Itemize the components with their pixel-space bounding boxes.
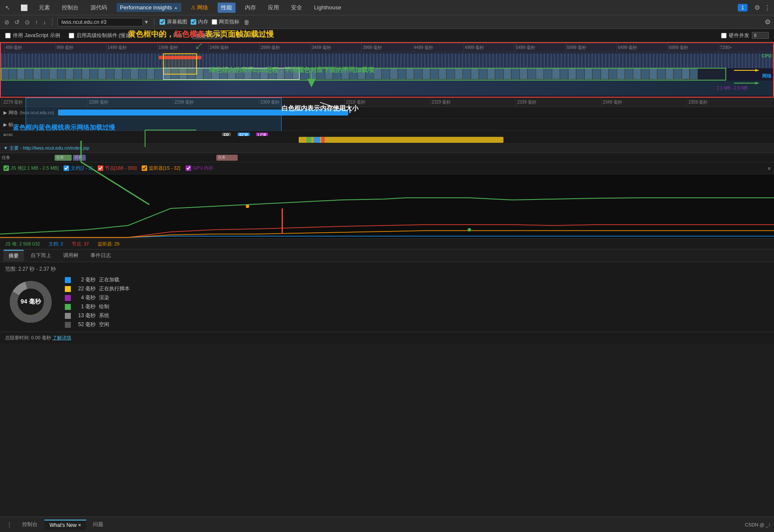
menu-item-app[interactable]: 应用: [265, 2, 282, 13]
red-block: [321, 137, 325, 143]
task-block-2: 任务: [216, 155, 238, 161]
download-button[interactable]: ↓: [42, 18, 47, 26]
gear-icon[interactable]: ⚙: [765, 18, 771, 26]
blocking-link[interactable]: 了解详情: [52, 335, 71, 340]
legend-label-idle: 空闲: [99, 321, 109, 328]
menu-item-console[interactable]: 控制台: [59, 2, 81, 13]
frames-track-content: [58, 119, 771, 130]
red-vertical-line: [282, 208, 283, 234]
network-track-text: 网络: [9, 110, 18, 116]
memory-checkboxes-bar: JS 堆[2.1 MB - 2.5 MB] 文档[2 - 2] 节点[188 -…: [0, 162, 774, 174]
js-heap-label: JS 堆[2.1 MB - 2.5 MB]: [11, 165, 58, 171]
ruler-mark-12: 6499 毫秒: [617, 43, 668, 52]
square-icon[interactable]: ⬜: [19, 3, 29, 12]
webmetrics-checkbox[interactable]: 网页指标: [212, 18, 239, 26]
ruler-mark-6: 3499 毫秒: [311, 43, 362, 52]
url-dropdown-icon[interactable]: ▼: [144, 19, 149, 25]
legend-color-painting: [65, 304, 71, 310]
hardware-value-input[interactable]: [752, 32, 769, 39]
doc-stat: 文档: 2: [49, 241, 63, 247]
menu-item-network[interactable]: ⚠ 网络: [188, 2, 211, 13]
tab-bottom-up[interactable]: 自下而上: [26, 250, 56, 261]
chat-badge[interactable]: 1: [738, 4, 748, 12]
green-highlight-box: [1, 68, 726, 81]
menu-item-memory[interactable]: 内存: [242, 2, 259, 13]
task-block-1: 任务: [73, 155, 86, 161]
cpu-arrow-label: CPU: [762, 53, 771, 58]
clear-button[interactable]: ⊙: [24, 18, 31, 26]
tabs-row: 摘要 自下而上 调用树 事件日志: [0, 249, 774, 262]
advanced-paint-checkbox[interactable]: 启用高级绘制插件 (慢速): [69, 32, 132, 39]
timeline-section: 499 毫秒 999 毫秒 1499 毫秒 1999 毫秒 2499 毫秒 29…: [0, 42, 774, 98]
tab-event-log[interactable]: 事件日志: [85, 250, 116, 261]
memory-more-icon[interactable]: ≡: [768, 166, 771, 171]
record-button[interactable]: ⊘: [3, 18, 10, 26]
detail-mark-5: 2329 毫秒: [430, 98, 515, 107]
svg-point-0: [246, 205, 249, 208]
js-heap-checkbox[interactable]: JS 堆[2.1 MB - 2.5 MB]: [3, 165, 58, 171]
ruler-mark-4: 2499 毫秒: [208, 43, 259, 52]
reload-button[interactable]: ↺: [14, 18, 20, 26]
ruler-mark-3: 1999 毫秒: [157, 43, 209, 52]
bottom-tab-issues[interactable]: 问题: [88, 519, 108, 530]
legend-color-rendering: [65, 295, 71, 301]
screenshot-checkbox[interactable]: 屏幕截图: [160, 18, 187, 26]
detail-mark-4: 2319 毫秒: [344, 98, 430, 107]
legend-row-system: 13 毫秒 系统: [65, 312, 130, 319]
menu-item-perf-insights[interactable]: Performance insights ▲: [116, 3, 181, 12]
legend-label-painting: 绘制: [99, 303, 109, 310]
network-small-bar: [263, 110, 266, 116]
ruler-mark-9: 4999 毫秒: [463, 43, 515, 52]
disable-js-checkbox[interactable]: 停用 JavaScript 示例: [5, 32, 60, 39]
bottom-tab-console[interactable]: 控制台: [17, 519, 43, 530]
menu-item-perf[interactable]: 性能: [218, 3, 236, 13]
legend-row-painting: 1 毫秒 绘制: [65, 303, 130, 310]
yellow-block: [299, 137, 503, 143]
tab-call-tree[interactable]: 调用树: [58, 250, 84, 261]
bottom-tab-whatsnew[interactable]: What's New ×: [44, 520, 86, 530]
doc-checkbox[interactable]: 文档[2 - 2]: [64, 165, 92, 171]
nodes-stat: 节点: 37: [72, 241, 89, 247]
nodes-checkbox[interactable]: 节点[188 - 393]: [98, 165, 137, 171]
legend-value-system: 13 毫秒: [74, 312, 96, 319]
upload-button[interactable]: ↑: [34, 18, 39, 26]
network-speed-select[interactable]: 低速 3G: [192, 32, 222, 39]
menu-item-source[interactable]: 源代码: [88, 2, 110, 13]
summary-section: 范围: 2.27 秒 - 2.37 秒 94 毫秒: [0, 262, 774, 332]
menu-item-elements[interactable]: 元素: [36, 2, 52, 13]
trash-icon[interactable]: 🗑: [243, 18, 250, 26]
memory-svg: [0, 174, 774, 238]
settings-icon[interactable]: ⚙: [754, 4, 760, 12]
menu-item-security[interactable]: 安全: [288, 2, 305, 13]
legend-row-rendering: 4 毫秒 渲染: [65, 294, 130, 301]
nodes-label: 节点[188 - 393]: [105, 165, 137, 171]
gpu-checkbox[interactable]: GPU 内存: [186, 165, 214, 171]
frames-track-row: ▶ 帧: [0, 119, 774, 131]
detail-mark-8: 2359 毫秒: [687, 98, 772, 107]
white-selection-box: [163, 68, 300, 80]
bottom-menu-icon[interactable]: ⋮: [3, 522, 15, 528]
cpu-label: CPU:: [154, 33, 165, 38]
donut-chart: 94 毫秒: [5, 276, 56, 327]
blue-block: [314, 137, 320, 143]
legend-table: 2 毫秒 正在加载 22 毫秒 正在执行脚本 4 毫秒 渲染 1 毫秒 绘制: [65, 276, 130, 328]
tasks-area: 任务 任务 任务 任务: [0, 153, 774, 162]
disable-js-label: 停用 JavaScript 示例: [13, 32, 60, 39]
legend-color-idle: [65, 322, 71, 328]
tab-summary[interactable]: 摘要: [3, 250, 24, 261]
menu-item-lighthouse[interactable]: Lighthouse: [311, 3, 344, 12]
memory-checkbox[interactable]: 内存: [191, 18, 208, 26]
more-icon[interactable]: ⋮: [764, 4, 771, 12]
task-block-0: 任务: [55, 155, 72, 161]
listeners-checkbox[interactable]: 监听器[15 - 32]: [142, 165, 180, 171]
yellow-block-row: [0, 136, 774, 144]
bottom-tabs-bar: ⋮ 控制台 What's New × 问题 CSDN @ _↑: [0, 517, 774, 532]
doc-label: 文档[2 - 2]: [71, 165, 92, 171]
detail-timeline: 2279 毫秒 2289 毫秒 2299 毫秒 2309 毫秒 2319 毫秒 …: [0, 98, 774, 136]
ruler-mark-10: 5499 毫秒: [515, 43, 566, 52]
listeners-stat: 监听器: 29: [98, 241, 119, 247]
hardware-checkbox[interactable]: 硬件并发: [721, 32, 749, 39]
frames-expand-icon: ▶: [3, 122, 7, 127]
pointer-icon[interactable]: ↖: [3, 3, 12, 12]
url-input[interactable]: [58, 18, 143, 26]
